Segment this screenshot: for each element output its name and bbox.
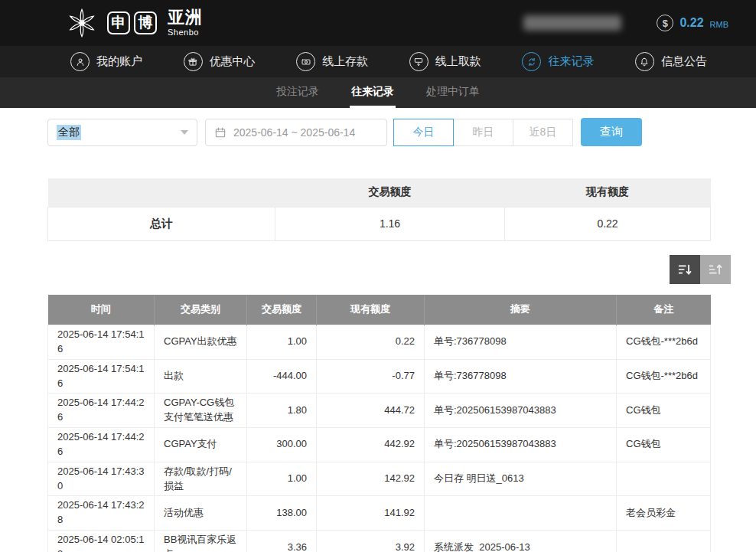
tab-transaction-records[interactable]: 往来记录 xyxy=(350,77,396,108)
dollar-coin-icon: $ xyxy=(657,15,673,31)
table-row: 2025-06-14 17:44:26 CGPAY-CG钱包支付笔笔送优惠 1.… xyxy=(48,394,711,428)
nav-label: 线上存款 xyxy=(322,54,368,69)
header-amount: 交易额度 xyxy=(247,295,317,325)
sub-navigation: 投注记录 往来记录 处理中订单 xyxy=(0,77,756,108)
transaction-type-dropdown[interactable]: 全部 xyxy=(47,119,197,146)
chevron-down-icon xyxy=(181,130,188,135)
yesterday-button[interactable]: 昨日 xyxy=(453,119,513,146)
nav-label: 信息公告 xyxy=(661,54,707,69)
date-range-value: 2025-06-14 ~ 2025-06-14 xyxy=(233,126,355,139)
gift-icon xyxy=(184,52,203,71)
nav-label: 往来记录 xyxy=(548,54,594,69)
sort-controls xyxy=(47,255,731,284)
nav-item-promotions[interactable]: 优惠中心 xyxy=(184,52,256,71)
last-8-days-button[interactable]: 近8日 xyxy=(513,119,573,146)
user-icon xyxy=(70,52,90,71)
query-button[interactable]: 查询 xyxy=(581,118,642,146)
today-button[interactable]: 今日 xyxy=(393,119,454,146)
account-area: $ 0.22 RMB xyxy=(523,15,728,31)
tab-label: 投注记录 xyxy=(276,85,319,99)
summary-header-empty xyxy=(48,178,275,207)
balance-display[interactable]: $ 0.22 RMB xyxy=(657,15,728,31)
nav-item-deposit[interactable]: 线上存款 xyxy=(296,52,368,71)
summary-balance-total: 0.22 xyxy=(505,207,711,240)
header-balance: 现有额度 xyxy=(317,295,425,325)
logo-region: 亚洲 Shenbo xyxy=(168,9,203,37)
table-row: 2025-06-14 17:44:26 CGPAY支付 300.00 442.9… xyxy=(48,428,711,462)
summary-transaction-total: 1.16 xyxy=(275,207,505,240)
bell-icon xyxy=(635,52,654,71)
summary-header-transaction: 交易额度 xyxy=(275,178,505,207)
logo-char-shen: 申 xyxy=(107,11,130,34)
balance-amount: 0.22 xyxy=(679,16,703,30)
tab-bet-records[interactable]: 投注记录 xyxy=(275,77,321,108)
nav-item-announcements[interactable]: 信息公告 xyxy=(635,52,707,71)
transactions-table: 时间 交易类别 交易额度 现有额度 摘要 备注 2025-06-14 17:54… xyxy=(47,295,711,552)
logo-characters: 申 博 xyxy=(107,11,157,34)
header-type: 交易类别 xyxy=(155,295,247,325)
nav-label: 我的账户 xyxy=(96,54,142,69)
logo-subtitle: Shenbo xyxy=(168,28,203,37)
nav-label: 优惠中心 xyxy=(210,54,256,69)
table-row: 2025-06-14 17:43:30 存款/取款/打码/损益 1.00 142… xyxy=(48,462,711,496)
nav-item-my-account[interactable]: 我的账户 xyxy=(70,52,142,71)
quick-date-filters: 今日 昨日 近8日 xyxy=(393,119,573,146)
header-note: 备注 xyxy=(617,295,711,325)
transactions-header-row: 时间 交易类别 交易额度 现有额度 摘要 备注 xyxy=(48,295,711,325)
summary-total-row: 总计 1.16 0.22 xyxy=(48,207,711,240)
table-row: 2025-06-14 17:54:16 出款 -444.00 -0.77 单号:… xyxy=(48,359,711,394)
nav-item-transaction-records[interactable]: 往来记录 xyxy=(522,52,594,71)
nav-label: 线上取款 xyxy=(435,54,481,69)
lotus-flower-icon xyxy=(64,5,99,41)
balance-currency: RMB xyxy=(710,20,728,29)
main-navigation: 我的账户 优惠中心 线上存款 线上取款 往来记录 信息公告 xyxy=(0,46,756,77)
deposit-icon xyxy=(296,52,315,71)
top-header: 申 博 亚洲 Shenbo $ 0.22 RMB xyxy=(0,0,756,46)
username-redacted xyxy=(523,15,621,31)
calendar-icon xyxy=(214,126,226,139)
brand-logo[interactable]: 申 博 亚洲 Shenbo xyxy=(64,5,203,41)
summary-header-balance: 现有额度 xyxy=(505,178,711,207)
table-row: 2025-06-14 02:05:13 BB视讯百家乐返点 3.36 3.92 … xyxy=(48,531,711,552)
summary-total-label: 总计 xyxy=(48,207,275,240)
transactions-body: 2025-06-14 17:54:16 CGPAY出款优惠 1.00 0.22 … xyxy=(48,325,711,552)
exchange-arrows-icon xyxy=(522,52,541,71)
tab-label: 往来记录 xyxy=(351,85,394,99)
nav-item-withdraw[interactable]: 线上取款 xyxy=(409,52,481,71)
summary-table: 交易额度 现有额度 总计 1.16 0.22 xyxy=(47,178,711,241)
header-summary: 摘要 xyxy=(425,295,617,325)
withdraw-icon xyxy=(409,52,429,71)
table-row: 2025-06-14 17:54:16 CGPAY出款优惠 1.00 0.22 … xyxy=(48,325,711,360)
dropdown-selected-value: 全部 xyxy=(57,125,81,140)
sort-descending-icon[interactable] xyxy=(670,255,700,284)
filter-bar: 全部 2025-06-14 ~ 2025-06-14 今日 昨日 近8日 查询 xyxy=(47,118,756,146)
date-range-input[interactable]: 2025-06-14 ~ 2025-06-14 xyxy=(205,119,387,146)
sort-ascending-icon[interactable] xyxy=(700,255,731,284)
tab-processing-orders[interactable]: 处理中订单 xyxy=(425,77,481,108)
table-row: 2025-06-14 17:43:28 活动优惠 138.00 141.92 老… xyxy=(48,496,711,531)
tab-label: 处理中订单 xyxy=(426,85,480,99)
header-time: 时间 xyxy=(48,295,155,325)
logo-region-cn: 亚洲 xyxy=(168,9,203,26)
logo-char-bo: 博 xyxy=(134,11,157,34)
